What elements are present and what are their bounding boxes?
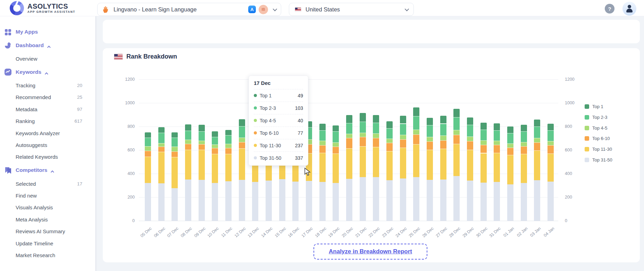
app-selector-value: Lingvano - Learn Sign Language [114, 6, 196, 13]
bar-21-dec[interactable] [360, 0, 366, 221]
bar-22-dec[interactable] [373, 0, 379, 221]
bar-segment-top-31-50 [386, 180, 393, 221]
user-avatar[interactable] [622, 2, 636, 16]
bar-02-jan[interactable] [521, 0, 527, 221]
sidebar-item-update-timeline[interactable]: Update Timeline [0, 238, 90, 248]
asolytics-logo[interactable]: ASOLYTICS APP GROWTH ASSISTANT [10, 1, 75, 15]
sidebar-item-find-new[interactable]: Find new [0, 190, 90, 201]
analyze-breakdown-report-button[interactable]: Analyze in Breakdown Report [313, 244, 427, 260]
bar-segment-top-2-3 [534, 126, 540, 138]
bar-05-dec[interactable] [145, 0, 151, 221]
bar-segment-top-4-5 [440, 136, 446, 140]
bar-segment-top-31-50 [306, 181, 312, 221]
legend-item-top-11-30[interactable]: Top 11-30 [585, 147, 612, 152]
legend-item-top-4-5[interactable]: Top 4-5 [585, 125, 607, 131]
help-button[interactable]: ? [605, 4, 614, 14]
tooltip-row: Top 2-3103 [254, 102, 303, 114]
bar-segment-top-1 [521, 125, 527, 131]
bar-segment-top-4-5 [413, 130, 419, 134]
bar-26-dec[interactable] [427, 0, 433, 221]
bar-30-dec[interactable] [480, 0, 487, 221]
country-selector[interactable]: United States [289, 3, 414, 16]
bar-segment-top-6-10 [319, 145, 326, 153]
sidebar-item-reviews-ai-summary[interactable]: Reviews AI Summary [0, 226, 90, 237]
bar-segment-top-6-10 [333, 147, 339, 154]
bar-segment-top-31-50 [145, 183, 151, 221]
sidebar-item-meta-analysis[interactable]: Meta Analysis [0, 214, 90, 225]
bar-31-dec[interactable] [494, 0, 500, 221]
bar-segment-top-4-5 [158, 143, 165, 147]
bar-25-dec[interactable] [413, 0, 419, 221]
sidebar-item-dashboard[interactable]: Dashboard [0, 40, 90, 51]
bar-segment-top-2-3 [521, 131, 527, 142]
sidebar-item-competitors[interactable]: Competitors [0, 165, 90, 175]
bar-segment-top-6-10 [158, 147, 165, 152]
bar-04-jan[interactable] [547, 0, 554, 221]
bar-segment-top-4-5 [494, 141, 500, 145]
legend-swatch [585, 115, 589, 120]
bar-segment-top-31-50 [480, 183, 487, 221]
bar-07-dec[interactable] [172, 0, 178, 221]
bar-segment-top-2-3 [158, 133, 165, 143]
sidebar-item-keywords-analyzer[interactable]: Keywords Analyzer [0, 128, 90, 138]
bar-23-dec[interactable] [386, 0, 393, 221]
y-axis-label-right: 800 [565, 124, 586, 129]
bar-29-dec[interactable] [467, 0, 473, 221]
bar-segment-top-4-5 [199, 141, 205, 144]
bar-09-dec[interactable] [199, 0, 205, 221]
bar-12-dec[interactable] [239, 0, 245, 221]
sidebar-item-visuals-analysis[interactable]: Visuals Analysis [0, 202, 90, 213]
sidebar-scrollbar[interactable] [95, 16, 96, 271]
bar-19-dec[interactable] [333, 0, 339, 221]
person-icon [628, 5, 631, 8]
sidebar-item-tracking[interactable]: Tracking20 [0, 80, 90, 90]
bar-segment-top-31-50 [212, 183, 218, 221]
sidebar-item-metadata[interactable]: Metadata97 [0, 104, 90, 114]
sidebar-item-ranking[interactable]: Ranking617 [0, 116, 90, 126]
sidebar-item-keywords[interactable]: Keywords [0, 67, 90, 77]
legend-item-top-31-50[interactable]: Top 31-50 [585, 157, 612, 163]
bar-segment-top-1 [400, 116, 406, 123]
bar-segment-top-11-30 [427, 150, 433, 180]
bar-03-jan[interactable] [534, 0, 540, 221]
bar-segment-top-4-5 [319, 141, 326, 145]
bar-01-jan[interactable] [507, 0, 513, 221]
bar-segment-top-2-3 [185, 131, 191, 140]
sidebar-item-selected[interactable]: Selected17 [0, 178, 90, 189]
bar-segment-top-1 [547, 124, 554, 130]
bar-27-dec[interactable] [440, 0, 446, 221]
bar-segment-top-11-30 [507, 155, 513, 184]
bar-segment-top-31-50 [225, 181, 232, 221]
bar-segment-top-6-10 [212, 148, 218, 154]
bar-segment-top-1 [158, 127, 165, 133]
bar-24-dec[interactable] [400, 0, 406, 221]
bar-08-dec[interactable] [185, 0, 191, 221]
bar-10-dec[interactable] [212, 0, 218, 221]
bar-segment-top-6-10 [172, 151, 178, 157]
y-axis-label-left: 0 [114, 218, 135, 223]
legend-item-top-2-3[interactable]: Top 2-3 [585, 115, 607, 120]
bar-segment-top-4-5 [386, 139, 393, 143]
bar-06-dec[interactable] [158, 0, 165, 221]
bar-segment-top-1 [360, 113, 366, 121]
bar-segment-top-11-30 [547, 154, 554, 182]
sidebar-item-market-research[interactable]: Market Research [0, 250, 90, 260]
analyze-breakdown-report-label: Analyze in Breakdown Report [329, 248, 412, 255]
sidebar-item-overview[interactable]: Overview [0, 53, 90, 64]
bar-18-dec[interactable] [319, 0, 326, 221]
app-selector[interactable]: Lingvano - Learn Sign Language A IB [97, 3, 281, 16]
bar-segment-top-31-50 [547, 182, 554, 221]
y-axis-label-right: 0 [565, 218, 586, 223]
bar-segment-top-1 [440, 116, 446, 123]
sidebar-item-recommended[interactable]: Recommended25 [0, 92, 90, 103]
sidebar-item-autosuggests[interactable]: Autosuggests [0, 140, 90, 150]
legend-item-top-6-10[interactable]: Top 6-10 [585, 136, 610, 141]
bar-segment-top-4-5 [360, 133, 366, 137]
bar-28-dec[interactable] [453, 0, 460, 221]
sidebar-item-related-keywords[interactable]: Related Keywords [0, 152, 90, 162]
legend-item-top-1[interactable]: Top 1 [585, 104, 603, 109]
sidebar-item-my-apps[interactable]: My Apps [0, 27, 90, 37]
bar-20-dec[interactable] [346, 0, 352, 221]
bar-11-dec[interactable] [225, 0, 232, 221]
us-flag-icon [295, 7, 301, 12]
